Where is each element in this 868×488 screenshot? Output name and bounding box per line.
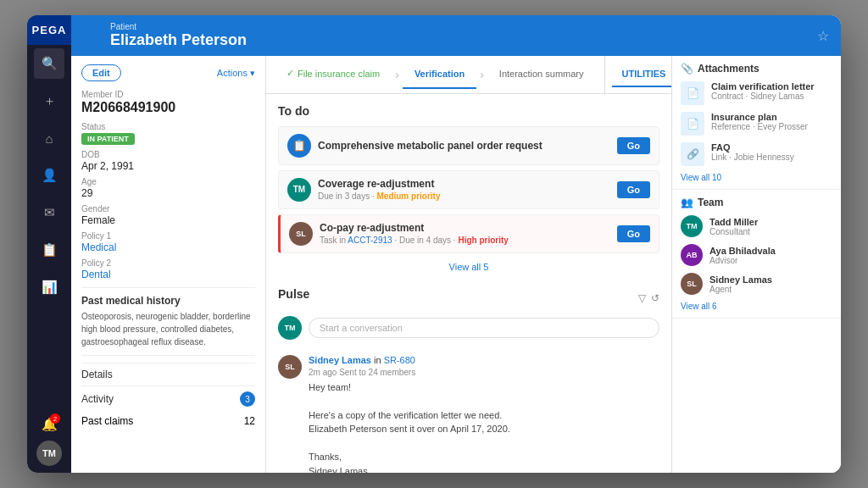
tab-verification-label: Verification (415, 69, 465, 79)
tab-arrow-2: › (480, 68, 484, 81)
todo-sub-2: Due in 3 days · Medium priority (318, 191, 610, 201)
attachments-title: 📎 Attachments (681, 63, 832, 75)
team-info-3: Sidney Lamas Agent (709, 274, 772, 294)
post-header: Sidney Lamas in SR-680 (309, 355, 659, 365)
edit-button[interactable]: Edit (81, 64, 121, 81)
priority-medium: Medium priority (376, 191, 440, 201)
sidebar-chart-icon[interactable]: 📊 (34, 272, 64, 302)
sidebar-doc-icon[interactable]: 📋 (34, 235, 64, 265)
work-area: To do 📋 Comprehensive metabolic panel or… (266, 94, 671, 473)
policy2-value[interactable]: Dental (81, 269, 255, 280)
todo-title-3: Co-pay re-adjustment (320, 222, 610, 234)
tab-file-insurance-label: File insurance claim (298, 69, 380, 79)
attachment-item-2: 📄 Insurance plan Reference · Evey Prosse… (681, 112, 832, 136)
past-claims-row[interactable]: Past claims 12 (81, 412, 255, 430)
todo-go-button-2[interactable]: Go (617, 181, 650, 198)
sidebar-notifications[interactable]: 🔔 2 (36, 412, 62, 437)
utilities-tab[interactable]: UTILITIES (612, 62, 672, 87)
favorite-star-icon[interactable]: ☆ (817, 28, 829, 44)
team-avatar-1: TM (681, 215, 703, 237)
gender-value: Female (81, 214, 255, 226)
todo-sub-3: Task in ACCT-2913 · Due in 4 days · High… (320, 236, 610, 245)
todo-icon-1: 📋 (287, 134, 311, 158)
attachment-item-1: 📄 Claim verification letter Contract · S… (681, 81, 832, 105)
post-author-avatar: SL (278, 355, 302, 379)
tab-verification[interactable]: Verification (403, 60, 476, 89)
tab-file-insurance[interactable]: ✓ File insurance claim (275, 59, 392, 89)
actions-button[interactable]: Actions ▾ (217, 68, 255, 79)
pulse-post: SL Sidney Lamas in SR-680 2m ago Sent to… (278, 348, 659, 473)
team-avatar-2: AB (681, 244, 703, 266)
post-location-in: in (374, 355, 384, 365)
team-section: 👥 Team TM Tadd Miller Consultant AB Ay (672, 190, 841, 319)
team-info-2: Aya Bhiladvala Advisor (709, 246, 776, 265)
team-title: 👥 Team (681, 197, 832, 208)
team-icon: 👥 (681, 197, 693, 208)
utility-tabs: UTILITIES LIVE CHAT4 →| (604, 56, 672, 93)
pulse-compose: TM Start a conversation (278, 316, 659, 340)
attachment-item-3: 🔗 FAQ Link · Jobie Hennessy (681, 142, 832, 166)
notification-badge: 2 (50, 413, 60, 424)
patient-icon: 👤 (83, 26, 102, 45)
acct-link[interactable]: ACCT-2913 (348, 236, 392, 245)
priority-high: High priority (458, 236, 508, 245)
past-medical-title: Past medical history (81, 295, 255, 307)
tab-interaction[interactable]: Interaction summary (487, 60, 596, 89)
view-all-team[interactable]: View all 6 (681, 302, 832, 311)
content-area: Edit Actions ▾ Member ID M20668491900 St… (71, 56, 841, 473)
todo-item-1: 📋 Comprehensive metabolic panel order re… (278, 126, 659, 165)
filter-icon[interactable]: ▽ (638, 292, 646, 304)
main-area: 👤 Patient Elizabeth Peterson ☆ Edit Acti… (71, 15, 841, 473)
sidebar-mail-icon[interactable]: ✉ (34, 197, 64, 228)
age-label: Age (81, 177, 97, 186)
policy2-label: Policy 2 (81, 258, 255, 268)
activity-label: Activity (81, 393, 114, 405)
edit-bar: Edit Actions ▾ (81, 64, 255, 81)
team-name-3: Sidney Lamas (709, 274, 772, 285)
details-row[interactable]: Details (81, 363, 255, 385)
workflow-tabs: ✓ File insurance claim › Verification › … (266, 56, 604, 93)
sidebar-add-icon[interactable]: ＋ (34, 86, 64, 116)
activity-row[interactable]: Activity 3 (81, 385, 255, 412)
dob-value: Apr 2, 1991 (81, 160, 134, 172)
age-value: 29 (81, 187, 97, 199)
left-panel: Edit Actions ▾ Member ID M20668491900 St… (71, 56, 266, 473)
post-content: Sidney Lamas in SR-680 2m ago Sent to 24… (309, 355, 659, 473)
att-info-2: Insurance plan Reference · Evey Prosser (711, 112, 832, 131)
sidebar-search-icon[interactable]: 🔍 (34, 48, 64, 79)
team-name-1: Tadd Miller (709, 217, 758, 227)
post-location-link[interactable]: SR-680 (384, 355, 415, 365)
att-title-2: Insurance plan (711, 112, 832, 122)
post-body: Hey team! Here's a copy of the verificat… (309, 380, 659, 473)
todo-go-button-3[interactable]: Go (617, 225, 650, 242)
refresh-icon[interactable]: ↺ (651, 292, 659, 304)
sidebar-home-icon[interactable]: ⌂ (34, 123, 64, 153)
team-role-3: Agent (709, 285, 772, 294)
att-info-1: Claim verification letter Contract · Sid… (711, 81, 832, 101)
todo-icon-2: TM (287, 178, 311, 202)
sidebar-user-avatar[interactable]: TM (36, 441, 62, 466)
att-sub-1: Contract · Sidney Lamas (711, 92, 832, 101)
sidebar: PEGA 🔍 ＋ ⌂ 👤 ✉ 📋 📊 🔔 2 TM (27, 15, 71, 473)
todo-header: To do (278, 104, 659, 118)
view-all-attachments[interactable]: View all 10 (681, 173, 832, 182)
top-nav: ✓ File insurance claim › Verification › … (266, 56, 671, 94)
todo-go-button-1[interactable]: Go (617, 137, 650, 154)
status-label: Status (81, 122, 255, 131)
pulse-header: Pulse ▽ ↺ (278, 287, 659, 309)
policy1-value[interactable]: Medical (81, 241, 255, 253)
compose-avatar: TM (278, 316, 302, 340)
status-badge: IN PATIENT (81, 133, 135, 145)
tab-arrow-1: › (395, 68, 399, 81)
past-medical-text: Osteoporosis, neurogenic bladder, border… (81, 310, 255, 348)
sidebar-user-icon[interactable]: 👤 (34, 160, 64, 191)
todo-item-2: TM Coverage re-adjustment Due in 3 days … (278, 170, 659, 209)
att-icon-1: 📄 (681, 81, 704, 105)
view-all-todo[interactable]: View all 5 (278, 258, 659, 275)
team-member-2: AB Aya Bhiladvala Advisor (681, 244, 832, 266)
att-sub-3: Link · Jobie Hennessy (711, 152, 832, 162)
compose-input[interactable]: Start a conversation (309, 318, 659, 338)
header-info: Patient Elizabeth Peterson (110, 22, 247, 49)
post-author: Sidney Lamas (309, 355, 371, 365)
att-title-3: FAQ (711, 142, 832, 152)
